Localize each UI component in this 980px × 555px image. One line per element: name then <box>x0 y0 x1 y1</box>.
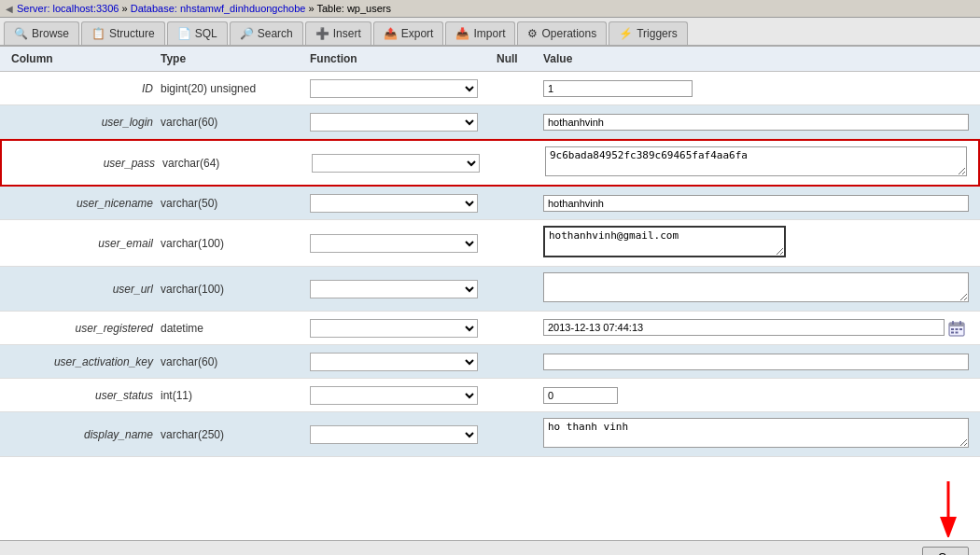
ID-input[interactable] <box>543 80 693 97</box>
sep1: » <box>122 3 131 14</box>
col-func[interactable] <box>308 152 495 174</box>
col-value[interactable] <box>539 352 973 372</box>
tab-label-operations: Operations <box>541 27 596 40</box>
server-link[interactable]: Server: localhost:3306 <box>17 3 119 14</box>
function-select[interactable] <box>310 79 478 98</box>
function-select[interactable] <box>310 319 478 338</box>
tab-label-insert: Insert <box>333 27 361 40</box>
col-func[interactable] <box>306 111 493 133</box>
tab-structure[interactable]: 📋Structure <box>81 21 165 45</box>
function-select[interactable] <box>310 425 478 444</box>
user_pass-textarea[interactable] <box>545 146 967 176</box>
col-value[interactable] <box>539 112 973 132</box>
col-type: datetime <box>157 320 306 337</box>
col-value[interactable] <box>539 224 973 262</box>
user_nicename-input[interactable] <box>543 195 969 212</box>
col-value[interactable] <box>541 145 971 181</box>
col-func[interactable] <box>306 232 493 255</box>
col-value[interactable] <box>539 317 973 339</box>
user_email-textarea[interactable] <box>543 226 786 257</box>
table-row: user_urlvarchar(100) <box>0 267 980 312</box>
col-null <box>493 201 539 205</box>
col-func[interactable] <box>306 384 493 407</box>
tab-triggers[interactable]: ⚡Triggers <box>609 21 688 45</box>
col-func[interactable] <box>306 77 493 100</box>
display_name-textarea[interactable] <box>543 418 969 448</box>
user_status-input[interactable] <box>543 387 618 404</box>
svg-rect-5 <box>956 328 959 330</box>
col-func[interactable] <box>306 317 493 340</box>
function-select[interactable] <box>310 386 478 405</box>
col-value[interactable] <box>539 385 973 406</box>
tab-operations[interactable]: ⚙Operations <box>517 21 607 45</box>
browse-icon: 🔍 <box>14 27 28 40</box>
user_login-input[interactable] <box>543 114 969 131</box>
function-select[interactable] <box>310 353 478 371</box>
svg-rect-6 <box>959 328 962 330</box>
col-name: user_pass <box>9 155 159 172</box>
header-type: Type <box>157 50 306 67</box>
user_url-textarea[interactable] <box>543 272 969 302</box>
table-row: user_emailvarchar(100) <box>0 220 980 267</box>
col-name: ID <box>7 80 157 97</box>
col-func[interactable] <box>306 278 493 300</box>
insert-icon: ➕ <box>315 27 329 40</box>
col-null <box>493 120 539 124</box>
rows-container: IDbigint(20) unsigneduser_loginvarchar(6… <box>0 72 980 457</box>
function-select[interactable] <box>310 113 478 132</box>
col-name: user_nicename <box>7 195 157 212</box>
col-type: varchar(100) <box>157 281 306 298</box>
svg-rect-4 <box>951 328 954 330</box>
tab-insert[interactable]: ➕Insert <box>305 21 371 45</box>
col-value[interactable] <box>539 271 973 307</box>
col-type: varchar(60) <box>157 114 306 131</box>
go-button[interactable]: Go <box>922 547 969 555</box>
function-select[interactable] <box>310 194 478 213</box>
col-null <box>495 161 541 165</box>
col-type: int(11) <box>157 387 306 404</box>
col-func[interactable] <box>306 351 493 373</box>
tab-label-export: Export <box>401 27 434 40</box>
calendar-icon[interactable] <box>948 320 965 337</box>
col-value[interactable] <box>539 78 973 99</box>
header-column: Column <box>7 50 157 67</box>
col-func[interactable] <box>306 423 493 446</box>
col-name: user_url <box>7 281 157 298</box>
col-value[interactable] <box>539 193 973 214</box>
col-type: varchar(50) <box>157 195 306 212</box>
tab-export[interactable]: 📤Export <box>373 21 444 45</box>
database-link[interactable]: Database: nhstamwf_dinhduongchobe <box>131 3 306 14</box>
header-null: Null <box>493 50 539 67</box>
col-null <box>493 360 539 364</box>
svg-rect-8 <box>956 331 959 333</box>
tab-import[interactable]: 📥Import <box>445 21 515 45</box>
footer: Go <box>0 540 980 555</box>
main-content: Column Type Function Null Value IDbigint… <box>0 47 980 540</box>
tab-label-structure: Structure <box>109 27 155 40</box>
table-row: user_registereddatetime <box>0 312 980 345</box>
function-select[interactable] <box>312 154 480 173</box>
col-null <box>493 242 539 245</box>
col-name: user_activation_key <box>7 354 157 370</box>
user_registered-input[interactable] <box>543 319 945 336</box>
table-header: Column Type Function Null Value <box>0 47 980 72</box>
tab-bar: 🔍Browse📋Structure📄SQL🔎Search➕Insert📤Expo… <box>0 18 980 47</box>
tab-sql[interactable]: 📄SQL <box>167 21 228 45</box>
col-func[interactable] <box>306 192 493 215</box>
tab-search[interactable]: 🔎Search <box>230 21 303 45</box>
function-select[interactable] <box>310 234 478 253</box>
back-arrow-icon[interactable]: ◀ <box>6 4 13 14</box>
col-name: user_login <box>7 114 157 131</box>
structure-icon: 📋 <box>91 27 105 40</box>
header-value: Value <box>539 50 973 67</box>
table-name: Table: wp_users <box>317 3 392 14</box>
function-select[interactable] <box>310 280 478 298</box>
operations-icon: ⚙ <box>527 27 538 40</box>
table-row: user_nicenamevarchar(50) <box>0 187 980 220</box>
tab-browse[interactable]: 🔍Browse <box>4 21 79 45</box>
col-type: varchar(64) <box>159 155 308 172</box>
col-value[interactable] <box>539 416 973 452</box>
svg-rect-1 <box>949 323 964 326</box>
tab-label-triggers: Triggers <box>637 27 678 40</box>
user_activation_key-input[interactable] <box>543 354 969 370</box>
